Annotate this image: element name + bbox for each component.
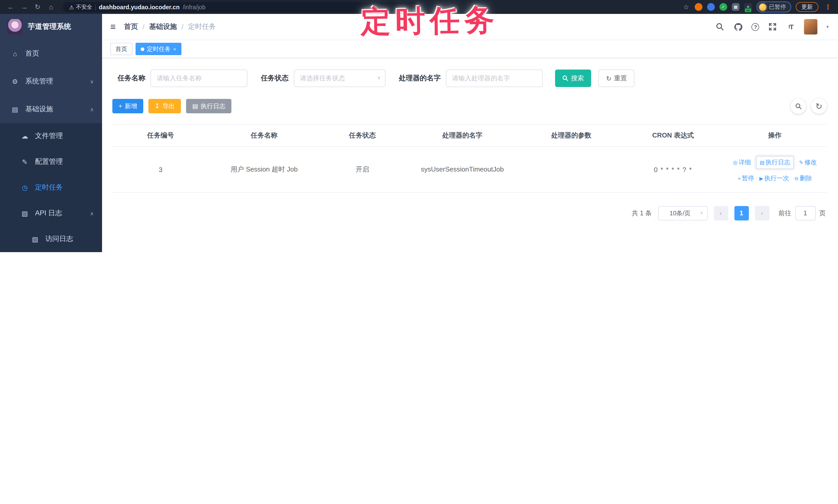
reset-button-label: 重置 [614, 74, 627, 83]
help-icon[interactable]: ? [752, 23, 760, 31]
extension-list-icon[interactable]: ≡on [744, 3, 752, 11]
sidebar-menu: ⌂ 首页 ⚙ 系统管理 ∨ ▤ 基础设施 ∧ ☁ 文件管理 [0, 40, 102, 252]
goto-page: 前往 页 [779, 206, 826, 220]
job-name-input[interactable] [151, 70, 247, 87]
close-tab-icon[interactable]: × [173, 46, 176, 52]
sidebar-item-config-manage[interactable]: ✎ 配置管理 [0, 149, 102, 175]
extension-check-icon[interactable]: ✓ [719, 3, 727, 11]
app-header: ≡ 首页 / 基础设施 / 定时任务 ? [102, 14, 838, 40]
infra-icon: ▤ [11, 105, 19, 113]
sidebar-item-file-manage[interactable]: ☁ 文件管理 [0, 123, 102, 149]
sidebar-item-scheduled-jobs[interactable]: ◷ 定时任务 [0, 175, 102, 200]
paused-label: 已暂停 [769, 3, 786, 11]
cell-cron: 0 * * * * ? * [623, 146, 723, 192]
app-shell: 芋道管理系统 ⌂ 首页 ⚙ 系统管理 ∨ ▤ 基础设施 ∧ [0, 14, 838, 252]
reload-icon[interactable]: ↻ [32, 0, 43, 14]
refresh-table-button[interactable]: ↻ [811, 98, 827, 114]
toggle-search-button[interactable] [790, 98, 806, 114]
refresh-icon: ↻ [606, 74, 611, 82]
job-log-link[interactable]: ▤执行日志 [756, 156, 794, 169]
extension-orange-icon[interactable] [695, 3, 702, 11]
plus-icon: + [119, 103, 122, 110]
forward-icon[interactable]: → [19, 0, 30, 14]
extension-grid-icon[interactable]: ▦ [732, 3, 739, 11]
user-avatar[interactable] [804, 19, 818, 35]
job-status-input[interactable] [294, 70, 385, 87]
table-row: 3 用户 Session 超时 Job 开启 sysUserSessionTim… [112, 146, 827, 192]
breadcrumb-infra[interactable]: 基础设施 [149, 22, 177, 32]
url-host: dashboard.yudao.iocoder.cn [99, 4, 180, 10]
tab-home[interactable]: 首页 [110, 43, 133, 55]
github-icon[interactable] [734, 22, 743, 32]
sidebar-item-access-log[interactable]: ▧ 访问日志 [0, 226, 102, 252]
browser-toolbar: ← → ↻ ⌂ ⚠ 不安全 dashboard.yudao.iocoder.cn… [0, 0, 838, 14]
caret-down-icon[interactable]: ▾ [826, 24, 829, 29]
sidebar-item-home[interactable]: ⌂ 首页 [0, 40, 102, 68]
extension-blue-icon[interactable] [707, 3, 715, 11]
run-once-link[interactable]: ▶执行一次 [760, 174, 789, 183]
font-size-icon[interactable]: tT [786, 22, 796, 32]
col-job-name: 任务名称 [209, 124, 319, 146]
page-content: 任务名称 任务状态 ∨ 处理器的名字 搜索 ↻ 重置 [102, 58, 838, 252]
job-status-select[interactable]: ∨ [294, 70, 385, 87]
filter-form: 任务名称 任务状态 ∨ 处理器的名字 搜索 ↻ 重置 [112, 70, 827, 87]
select-arrow-icon: ∨ [700, 210, 703, 215]
bookmark-star-icon[interactable]: ☆ [682, 3, 690, 11]
col-cron: CRON 表达式 [623, 124, 723, 146]
prev-page-button[interactable]: ‹ [714, 206, 728, 220]
menu-dots-icon[interactable]: ⋮ [823, 3, 833, 11]
goto-label: 前往 [779, 209, 791, 218]
jobs-table: 任务编号 任务名称 任务状态 处理器的名字 处理器的参数 CRON 表达式 操作… [112, 124, 827, 193]
detail-link[interactable]: ◎详细 [733, 158, 751, 167]
tab-scheduled-jobs[interactable]: 定时任务 × [136, 43, 181, 55]
logo-row[interactable]: 芋道管理系统 [0, 14, 102, 40]
sidebar-item-system[interactable]: ⚙ 系统管理 ∨ [0, 68, 102, 95]
url-path: /infra/job [183, 4, 205, 10]
back-icon[interactable]: ← [5, 0, 17, 14]
address-bar[interactable]: ⚠ 不安全 dashboard.yudao.iocoder.cn /infra/… [63, 2, 418, 12]
home-nav-icon[interactable]: ⌂ [45, 0, 57, 14]
access-log-icon: ▧ [31, 235, 39, 243]
edit-link[interactable]: ✎修改 [799, 158, 817, 167]
job-name-label: 任务名称 [118, 74, 145, 83]
collapse-sidebar-icon[interactable]: ≡ [110, 21, 116, 32]
sidebar-item-api-log[interactable]: ▨ API 日志 ∧ [0, 200, 102, 226]
fullscreen-icon[interactable] [768, 22, 778, 32]
handler-name-label: 处理器的名字 [399, 74, 441, 83]
logo-image [7, 19, 23, 35]
api-log-icon: ▨ [21, 210, 29, 217]
gear-icon: ⚙ [11, 77, 19, 85]
handler-name-input[interactable] [446, 70, 543, 87]
sidebar-item-label: 配置管理 [35, 157, 63, 166]
sidebar-item-label: 定时任务 [35, 183, 63, 192]
tab-label: 定时任务 [147, 45, 171, 53]
breadcrumb-home[interactable]: 首页 [124, 22, 138, 32]
security-indicator[interactable]: ⚠ 不安全 [69, 3, 92, 11]
cloud-upload-icon: ☁ [21, 132, 29, 140]
export-button[interactable]: ↧ 导出 [149, 99, 181, 113]
list-icon: ▤ [192, 103, 198, 110]
download-icon: ↧ [155, 103, 160, 110]
cell-actions: ◎详细 ▤执行日志 ✎修改 ×暂停 ▶执行一次 ⊖删除 [723, 146, 827, 192]
goto-page-input[interactable] [795, 206, 816, 220]
search-icon[interactable] [716, 22, 725, 32]
page-size-select[interactable]: 10条/页 ∨ [658, 206, 708, 220]
chrome-update-button[interactable]: 更新 [796, 2, 818, 12]
chevron-up-icon: ∧ [90, 106, 94, 112]
pause-link[interactable]: ×暂停 [738, 174, 754, 183]
delete-link[interactable]: ⊖删除 [794, 174, 812, 183]
execution-log-button[interactable]: ▤ 执行日志 [186, 99, 232, 113]
sidebar-item-infra[interactable]: ▤ 基础设施 ∧ [0, 95, 102, 123]
breadcrumb: 首页 / 基础设施 / 定时任务 [124, 22, 216, 32]
col-handler-param: 处理器的参数 [520, 124, 623, 146]
reset-button[interactable]: ↻ 重置 [598, 70, 635, 87]
profile-paused-chip[interactable]: 已暂停 [756, 2, 791, 12]
page-1-button[interactable]: 1 [734, 206, 749, 220]
cell-job-id: 3 [112, 146, 209, 192]
add-button[interactable]: + 新增 [112, 99, 143, 113]
close-icon: × [738, 176, 741, 181]
tab-label: 首页 [116, 45, 127, 53]
home-icon: ⌂ [11, 50, 19, 57]
next-page-button[interactable]: › [755, 206, 769, 220]
search-button[interactable]: 搜索 [555, 70, 591, 87]
